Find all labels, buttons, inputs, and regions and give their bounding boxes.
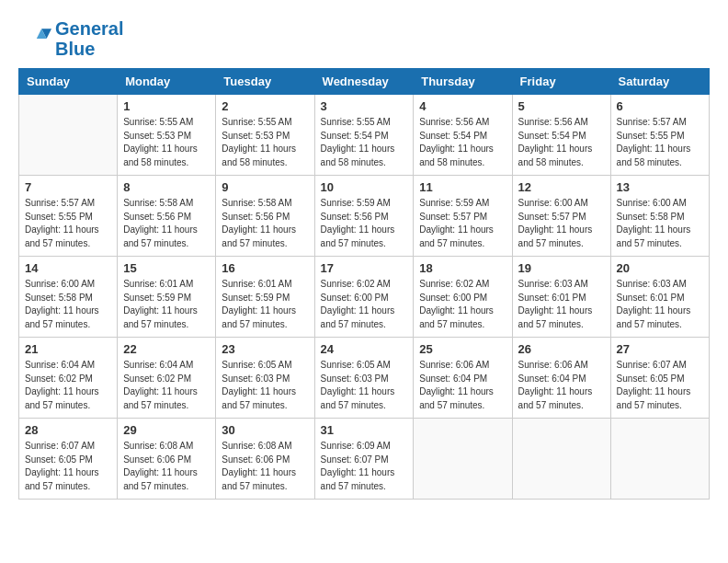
day-number: 18 xyxy=(419,261,506,275)
day-info: Sunrise: 5:59 AM Sunset: 5:56 PM Dayligh… xyxy=(321,197,408,250)
calendar-cell: 14Sunrise: 6:00 AM Sunset: 5:58 PM Dayli… xyxy=(19,257,118,338)
day-number: 15 xyxy=(123,261,210,275)
weekday-header-monday: Monday xyxy=(118,69,216,95)
day-info: Sunrise: 5:59 AM Sunset: 5:57 PM Dayligh… xyxy=(419,197,506,250)
day-info: Sunrise: 5:57 AM Sunset: 5:55 PM Dayligh… xyxy=(25,197,111,250)
day-number: 1 xyxy=(123,99,210,113)
day-info: Sunrise: 6:03 AM Sunset: 6:01 PM Dayligh… xyxy=(617,278,703,331)
day-number: 25 xyxy=(419,342,506,356)
calendar-cell: 28Sunrise: 6:07 AM Sunset: 6:05 PM Dayli… xyxy=(19,419,118,500)
day-info: Sunrise: 6:03 AM Sunset: 6:01 PM Dayligh… xyxy=(518,278,605,331)
day-info: Sunrise: 6:02 AM Sunset: 6:00 PM Dayligh… xyxy=(321,278,408,331)
day-number: 4 xyxy=(419,99,506,113)
weekday-header-wednesday: Wednesday xyxy=(314,69,414,95)
day-number: 23 xyxy=(222,342,308,356)
calendar-cell xyxy=(19,95,118,176)
calendar-cell: 29Sunrise: 6:08 AM Sunset: 6:06 PM Dayli… xyxy=(118,419,216,500)
calendar-cell: 20Sunrise: 6:03 AM Sunset: 6:01 PM Dayli… xyxy=(610,257,709,338)
day-number: 12 xyxy=(518,180,605,194)
day-number: 28 xyxy=(25,423,111,437)
logo: General Blue xyxy=(18,18,123,59)
calendar-cell: 26Sunrise: 6:06 AM Sunset: 6:04 PM Dayli… xyxy=(512,338,610,419)
calendar-cell: 15Sunrise: 6:01 AM Sunset: 5:59 PM Dayli… xyxy=(118,257,216,338)
day-number: 2 xyxy=(222,99,308,113)
day-number: 13 xyxy=(617,180,703,194)
day-info: Sunrise: 5:57 AM Sunset: 5:55 PM Dayligh… xyxy=(617,116,703,169)
day-number: 9 xyxy=(222,180,308,194)
day-number: 17 xyxy=(321,261,408,275)
day-info: Sunrise: 6:08 AM Sunset: 6:06 PM Dayligh… xyxy=(123,440,210,493)
calendar-week-row: 28Sunrise: 6:07 AM Sunset: 6:05 PM Dayli… xyxy=(19,419,710,500)
calendar-week-row: 7Sunrise: 5:57 AM Sunset: 5:55 PM Daylig… xyxy=(19,176,710,257)
day-number: 11 xyxy=(419,180,506,194)
weekday-header-tuesday: Tuesday xyxy=(216,69,314,95)
day-info: Sunrise: 6:00 AM Sunset: 5:58 PM Dayligh… xyxy=(617,197,703,250)
day-info: Sunrise: 6:06 AM Sunset: 6:04 PM Dayligh… xyxy=(518,359,605,412)
calendar-cell: 27Sunrise: 6:07 AM Sunset: 6:05 PM Dayli… xyxy=(610,338,709,419)
calendar-cell: 18Sunrise: 6:02 AM Sunset: 6:00 PM Dayli… xyxy=(414,257,512,338)
day-info: Sunrise: 6:05 AM Sunset: 6:03 PM Dayligh… xyxy=(222,359,308,412)
day-info: Sunrise: 5:55 AM Sunset: 5:53 PM Dayligh… xyxy=(222,116,308,169)
day-number: 16 xyxy=(222,261,308,275)
day-info: Sunrise: 6:04 AM Sunset: 6:02 PM Dayligh… xyxy=(123,359,210,412)
calendar-cell: 16Sunrise: 6:01 AM Sunset: 5:59 PM Dayli… xyxy=(216,257,314,338)
weekday-header-friday: Friday xyxy=(512,69,610,95)
day-info: Sunrise: 5:58 AM Sunset: 5:56 PM Dayligh… xyxy=(123,197,210,250)
weekday-header-thursday: Thursday xyxy=(414,69,512,95)
weekday-header-row: SundayMondayTuesdayWednesdayThursdayFrid… xyxy=(19,69,710,95)
day-number: 20 xyxy=(617,261,703,275)
calendar-cell: 10Sunrise: 5:59 AM Sunset: 5:56 PM Dayli… xyxy=(314,176,414,257)
calendar-cell: 8Sunrise: 5:58 AM Sunset: 5:56 PM Daylig… xyxy=(118,176,216,257)
day-info: Sunrise: 6:02 AM Sunset: 6:00 PM Dayligh… xyxy=(419,278,506,331)
calendar-cell xyxy=(512,419,610,500)
day-number: 3 xyxy=(321,99,408,113)
calendar-week-row: 21Sunrise: 6:04 AM Sunset: 6:02 PM Dayli… xyxy=(19,338,710,419)
calendar-cell: 1Sunrise: 5:55 AM Sunset: 5:53 PM Daylig… xyxy=(118,95,216,176)
day-number: 24 xyxy=(321,342,408,356)
calendar-cell: 2Sunrise: 5:55 AM Sunset: 5:53 PM Daylig… xyxy=(216,95,314,176)
calendar-cell: 30Sunrise: 6:08 AM Sunset: 6:06 PM Dayli… xyxy=(216,419,314,500)
day-info: Sunrise: 6:07 AM Sunset: 6:05 PM Dayligh… xyxy=(617,359,703,412)
day-number: 31 xyxy=(321,423,408,437)
day-info: Sunrise: 6:04 AM Sunset: 6:02 PM Dayligh… xyxy=(25,359,111,412)
day-info: Sunrise: 6:00 AM Sunset: 5:58 PM Dayligh… xyxy=(25,278,111,331)
day-number: 27 xyxy=(617,342,703,356)
day-info: Sunrise: 6:00 AM Sunset: 5:57 PM Dayligh… xyxy=(518,197,605,250)
day-info: Sunrise: 5:55 AM Sunset: 5:53 PM Dayligh… xyxy=(123,116,210,169)
day-info: Sunrise: 6:08 AM Sunset: 6:06 PM Dayligh… xyxy=(222,440,308,493)
day-info: Sunrise: 6:01 AM Sunset: 5:59 PM Dayligh… xyxy=(123,278,210,331)
calendar-week-row: 14Sunrise: 6:00 AM Sunset: 5:58 PM Dayli… xyxy=(19,257,710,338)
day-number: 7 xyxy=(25,180,111,194)
page-header: General Blue xyxy=(18,18,710,59)
day-info: Sunrise: 6:06 AM Sunset: 6:04 PM Dayligh… xyxy=(419,359,506,412)
calendar-cell: 23Sunrise: 6:05 AM Sunset: 6:03 PM Dayli… xyxy=(216,338,314,419)
day-number: 26 xyxy=(518,342,605,356)
weekday-header-sunday: Sunday xyxy=(19,69,118,95)
day-number: 8 xyxy=(123,180,210,194)
day-number: 14 xyxy=(25,261,111,275)
calendar-cell xyxy=(610,419,709,500)
day-info: Sunrise: 6:05 AM Sunset: 6:03 PM Dayligh… xyxy=(321,359,408,412)
day-info: Sunrise: 6:07 AM Sunset: 6:05 PM Dayligh… xyxy=(25,440,111,493)
day-info: Sunrise: 6:01 AM Sunset: 5:59 PM Dayligh… xyxy=(222,278,308,331)
day-number: 30 xyxy=(222,423,308,437)
day-number: 6 xyxy=(617,99,703,113)
calendar-cell: 25Sunrise: 6:06 AM Sunset: 6:04 PM Dayli… xyxy=(414,338,512,419)
weekday-header-saturday: Saturday xyxy=(610,69,709,95)
calendar-cell: 9Sunrise: 5:58 AM Sunset: 5:56 PM Daylig… xyxy=(216,176,314,257)
day-info: Sunrise: 5:56 AM Sunset: 5:54 PM Dayligh… xyxy=(419,116,506,169)
day-info: Sunrise: 5:58 AM Sunset: 5:56 PM Dayligh… xyxy=(222,197,308,250)
calendar-cell: 4Sunrise: 5:56 AM Sunset: 5:54 PM Daylig… xyxy=(414,95,512,176)
calendar-cell: 17Sunrise: 6:02 AM Sunset: 6:00 PM Dayli… xyxy=(314,257,414,338)
logo-icon xyxy=(18,22,51,55)
calendar-cell: 24Sunrise: 6:05 AM Sunset: 6:03 PM Dayli… xyxy=(314,338,414,419)
day-info: Sunrise: 5:56 AM Sunset: 5:54 PM Dayligh… xyxy=(518,116,605,169)
calendar-cell: 13Sunrise: 6:00 AM Sunset: 5:58 PM Dayli… xyxy=(610,176,709,257)
day-number: 22 xyxy=(123,342,210,356)
calendar-cell xyxy=(414,419,512,500)
calendar-cell: 7Sunrise: 5:57 AM Sunset: 5:55 PM Daylig… xyxy=(19,176,118,257)
day-number: 21 xyxy=(25,342,111,356)
day-info: Sunrise: 6:09 AM Sunset: 6:07 PM Dayligh… xyxy=(321,440,408,493)
calendar-cell: 5Sunrise: 5:56 AM Sunset: 5:54 PM Daylig… xyxy=(512,95,610,176)
calendar-cell: 3Sunrise: 5:55 AM Sunset: 5:54 PM Daylig… xyxy=(314,95,414,176)
